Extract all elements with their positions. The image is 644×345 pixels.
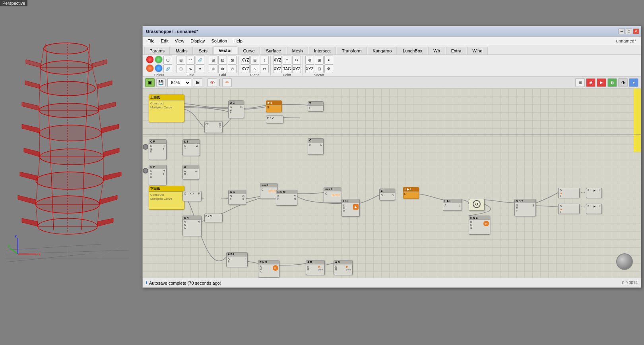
save-btn[interactable]: 💾: [156, 78, 166, 87]
menu-view[interactable]: View: [172, 38, 188, 44]
node-t2[interactable]: F▶I: [586, 188, 602, 198]
zoom-dropdown[interactable]: 64% 50% 75% 100%: [167, 78, 191, 87]
vector-btn-3[interactable]: ✦: [324, 56, 333, 64]
canvas-tool-6[interactable]: ●: [629, 78, 638, 87]
node-lsw[interactable]: L S S→ W: [182, 139, 200, 156]
node-canvas[interactable]: 上面线 ConstructMultiplex Curve G C GCP G ▶…: [143, 89, 641, 278]
vector-btn-1[interactable]: ⊕: [305, 56, 314, 64]
field-btn-1[interactable]: ⊞: [177, 56, 185, 64]
tab-kangaroo[interactable]: Kangaroo: [368, 47, 397, 54]
close-button[interactable]: ✕: [633, 29, 639, 34]
grid-btn-2[interactable]: ⊡: [218, 56, 227, 64]
layout-btn[interactable]: ⊞: [193, 78, 202, 87]
new-btn[interactable]: ▣: [145, 78, 155, 87]
field-btn-3[interactable]: 🔗: [196, 56, 204, 64]
node-lower-curve[interactable]: 下面线 ConstructMultiplex Curve: [149, 186, 184, 210]
grid-btn-6[interactable]: ⊘: [228, 64, 237, 73]
maximize-button[interactable]: □: [626, 29, 632, 34]
node-rns[interactable]: R N S RNS R: [469, 216, 490, 235]
tab-surface[interactable]: Surface: [261, 47, 286, 54]
canvas-tool-5[interactable]: ◑: [618, 78, 628, 87]
menu-help[interactable]: Help: [230, 38, 246, 44]
node-lal[interactable]: L A L AL: [443, 199, 462, 211]
tab-lunchbox[interactable]: LunchBox: [398, 47, 427, 54]
canvas-tool-3[interactable]: ▶: [597, 78, 606, 87]
minimize-button[interactable]: ─: [619, 29, 625, 34]
field-btn-6[interactable]: ✦: [196, 64, 204, 73]
control-marker-2[interactable]: [143, 168, 148, 173]
canvas-tool-1[interactable]: ⊟: [575, 78, 585, 87]
node-abl[interactable]: A B L AB l: [226, 252, 248, 267]
sketch-btn[interactable]: ✏: [222, 78, 232, 87]
canvas-tool-2[interactable]: ◉: [586, 78, 596, 87]
node-sss2[interactable]: ≡≡≡ L C≡≡≡: [324, 187, 341, 203]
tab-transform[interactable]: Transform: [337, 47, 367, 54]
tab-mesh[interactable]: Mesh: [287, 47, 308, 54]
vector-btn-6[interactable]: ✤: [324, 64, 333, 73]
navigation-ball[interactable]: [616, 253, 633, 270]
point-btn-3[interactable]: ✂: [292, 56, 301, 64]
node-play[interactable]: A B NB ▶>>=: [334, 260, 353, 275]
node-oxp[interactable]: O✕✕P: [182, 191, 202, 201]
node-t[interactable]: T I: [308, 101, 324, 112]
node-gcp[interactable]: G C GCP G: [228, 100, 244, 118]
node-m2[interactable]: m² AC: [204, 121, 223, 133]
vector-btn-5[interactable]: ⊡: [315, 64, 324, 73]
field-btn-5[interactable]: ∿: [186, 64, 195, 73]
plane-btn-6[interactable]: ✂: [260, 64, 269, 73]
node-sn[interactable]: S N SNC S: [182, 216, 202, 236]
tab-maths[interactable]: Maths: [171, 47, 193, 54]
node-s-orange[interactable]: ▶ S S: [266, 100, 282, 112]
colour-btn-3[interactable]: ⬡: [163, 56, 172, 64]
colour-btn-4[interactable]: [146, 64, 154, 72]
field-btn-2[interactable]: ∷: [186, 56, 195, 64]
tab-params[interactable]: Params: [144, 47, 170, 54]
node-rns2[interactable]: R N S RNS R: [258, 260, 279, 278]
node-bcm[interactable]: B C M BP CN: [276, 190, 297, 206]
point-btn-6[interactable]: XYZ: [292, 64, 301, 73]
colour-btn-6[interactable]: 🔗: [163, 64, 172, 73]
node-sss1[interactable]: ≡≡≡ L C≡≡≡: [260, 183, 277, 199]
tab-vector[interactable]: Vector: [213, 46, 237, 54]
tab-curve[interactable]: Curve: [238, 47, 260, 54]
control-marker-1[interactable]: [143, 144, 148, 150]
colour-btn-2[interactable]: [155, 56, 163, 64]
vector-btn-2[interactable]: ⊞: [315, 56, 324, 64]
point-btn-1[interactable]: XYZ: [273, 56, 282, 64]
tab-wb[interactable]: Wb: [428, 47, 445, 54]
plane-btn-3[interactable]: ↕: [260, 56, 269, 64]
node-fzv2[interactable]: F z V: [204, 214, 223, 222]
node-t3[interactable]: F▶I: [586, 204, 602, 214]
plane-btn-4[interactable]: XYZ: [241, 64, 250, 73]
node-ab[interactable]: A AB ✏: [182, 165, 199, 180]
node-luv[interactable]: L U LUV ▶: [341, 199, 360, 217]
node-dyt1[interactable]: D▲T: [558, 188, 580, 198]
node-s2[interactable]: S SS: [379, 189, 395, 200]
tab-sets[interactable]: Sets: [194, 47, 213, 54]
grid-btn-5[interactable]: ⊗: [218, 64, 227, 73]
node-cnk1[interactable]: C P NSK Tt: [149, 139, 167, 160]
plane-btn-2[interactable]: ⊞: [250, 56, 259, 64]
node-dyt2[interactable]: D▲T: [558, 204, 580, 214]
tab-wind[interactable]: Wind: [467, 47, 487, 54]
menu-solution[interactable]: Solution: [208, 38, 230, 44]
field-btn-4[interactable]: ⊟: [177, 64, 185, 73]
node-ll[interactable]: L ▶ L L: [403, 187, 419, 199]
node-fzv[interactable]: F z V: [266, 116, 283, 123]
node-gg[interactable]: G G GT GX: [228, 190, 246, 205]
menu-display[interactable]: Display: [187, 38, 208, 44]
node-crl[interactable]: C R L: [308, 138, 324, 155]
grid-btn-3[interactable]: ⊠: [228, 56, 237, 64]
node-upper-curve[interactable]: 上面线 ConstructMultiplex Curve: [149, 94, 184, 122]
point-btn-4[interactable]: XYZ: [273, 64, 282, 73]
vector-btn-4[interactable]: XYZ: [305, 64, 314, 73]
node-sdt[interactable]: S D T SDT S: [514, 199, 536, 216]
point-btn-5[interactable]: TAG: [283, 64, 291, 73]
colour-btn-1[interactable]: [146, 56, 154, 64]
plane-btn-1[interactable]: XYZ: [241, 56, 250, 64]
node-rotate[interactable]: ↺: [469, 199, 485, 211]
node-cnk2[interactable]: C P NSK Tt: [149, 165, 167, 185]
plane-btn-5[interactable]: ⌂: [250, 64, 259, 73]
tab-intersect[interactable]: Intersect: [309, 47, 336, 54]
colour-btn-5[interactable]: [155, 64, 163, 72]
